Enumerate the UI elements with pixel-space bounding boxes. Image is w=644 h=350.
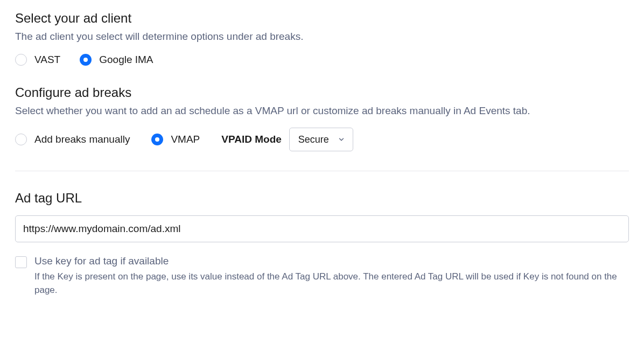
radio-icon (15, 134, 27, 145)
ad-breaks-title: Configure ad breaks (15, 85, 629, 100)
radio-label: Add breaks manually (34, 134, 130, 145)
ad-client-radio-vast[interactable]: VAST (15, 54, 60, 66)
ad-tag-url-input[interactable] (15, 215, 629, 242)
vpaid-mode-group: VPAID Mode Secure (221, 128, 353, 151)
use-key-checkbox[interactable] (15, 256, 27, 268)
radio-label: Google IMA (99, 54, 153, 66)
use-key-text: Use key for ad tag if available If the K… (34, 255, 629, 297)
radio-icon-selected (151, 134, 163, 145)
ad-breaks-radio-manual[interactable]: Add breaks manually (15, 134, 130, 145)
radio-label: VAST (34, 54, 60, 66)
ad-breaks-desc: Select whether you want to add an ad sch… (15, 103, 629, 118)
radio-label: VMAP (171, 134, 200, 145)
vpaid-mode-value: Secure (298, 134, 329, 145)
use-key-row: Use key for ad tag if available If the K… (15, 255, 629, 297)
ad-client-radio-google-ima[interactable]: Google IMA (80, 54, 153, 66)
use-key-help: If the Key is present on the page, use i… (34, 270, 629, 297)
ad-client-desc: The ad client you select will determine … (15, 29, 629, 44)
vpaid-mode-label: VPAID Mode (221, 134, 282, 145)
ad-breaks-radio-vmap[interactable]: VMAP (151, 134, 200, 145)
section-divider (15, 171, 629, 171)
ad-client-title: Select your ad client (15, 11, 629, 26)
ad-breaks-radio-row: Add breaks manually VMAP VPAID Mode Secu… (15, 128, 629, 151)
use-key-label: Use key for ad tag if available (34, 255, 629, 267)
chevron-down-icon (338, 136, 345, 143)
ad-client-radio-row: VAST Google IMA (15, 54, 629, 66)
radio-icon (15, 54, 27, 66)
ad-tag-title: Ad tag URL (15, 191, 629, 206)
vpaid-mode-select[interactable]: Secure (289, 128, 353, 151)
radio-icon-selected (80, 54, 92, 66)
